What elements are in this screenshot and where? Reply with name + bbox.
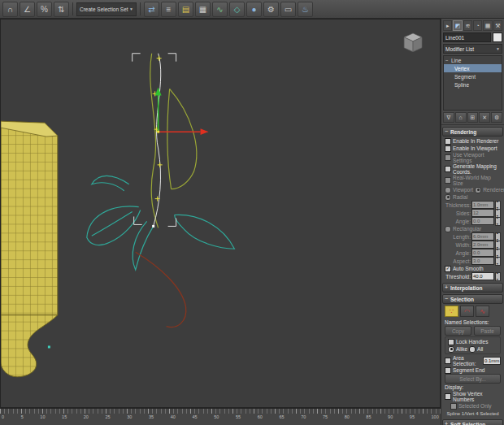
segment-end-checkbox[interactable] (445, 367, 451, 374)
layer-manager-icon[interactable]: ▤ (178, 2, 193, 17)
object-name-field[interactable]: Line001 (443, 33, 491, 42)
thickness-label: Thickness: (445, 202, 471, 208)
render-setup-icon[interactable]: ⚙ (263, 2, 279, 17)
rectangular-radio[interactable] (445, 226, 451, 232)
frame-tick-label: 65 (279, 414, 284, 419)
alike-radio[interactable] (448, 346, 454, 353)
show-end-result-icon[interactable]: ⌂ (455, 112, 467, 123)
aspect-field[interactable]: 3.0 (471, 257, 494, 265)
sides-field[interactable]: 12 (471, 209, 494, 217)
real-world-map-size-checkbox[interactable] (445, 177, 451, 184)
leaf-spline-right[interactable] (175, 215, 235, 249)
remove-modifier-icon[interactable]: ✕ (479, 112, 490, 123)
viewport-radio[interactable] (445, 187, 451, 193)
leaf-spline-upper-left[interactable] (92, 176, 129, 190)
spinner-arrows[interactable] (495, 217, 501, 226)
tab-display[interactable]: ▦ (483, 20, 492, 31)
rollout-interpolation-header[interactable]: + Interpolation (442, 283, 503, 293)
track-bar[interactable]: 0 5 10 15 20 25 30 35 40 45 50 55 60 65 … (0, 408, 441, 425)
enable-in-renderer-checkbox[interactable] (445, 138, 451, 145)
percent-snap-icon[interactable]: % (37, 2, 52, 17)
graphite-ribbon-icon[interactable]: ▦ (195, 2, 211, 17)
use-viewport-settings-checkbox[interactable] (445, 154, 451, 161)
collapse-icon[interactable]: − (445, 58, 450, 63)
angle-radial-field[interactable]: 0.0 (471, 217, 494, 225)
show-vertex-numbers-checkbox[interactable] (445, 393, 451, 400)
end-vertex-marker[interactable] (152, 225, 154, 228)
leaf-splines[interactable] (87, 176, 235, 270)
viewport-canvas[interactable] (1, 20, 440, 407)
thickness-field[interactable]: 1.0mm (471, 201, 494, 209)
frame-tick-label: 25 (106, 414, 111, 419)
schematic-view-icon[interactable]: ◇ (229, 2, 245, 17)
auto-smooth-checkbox[interactable]: ✓ (445, 266, 451, 272)
configure-modifier-sets-icon[interactable]: ⚙ (491, 112, 502, 123)
lock-handles-checkbox[interactable] (448, 339, 454, 345)
modifier-list-dropdown[interactable]: Modifier List ▼ (443, 44, 502, 54)
stack-item-segment[interactable]: Segment (444, 72, 502, 80)
leaf-spline-bottom[interactable] (133, 221, 153, 270)
frame-tick-label: 85 (366, 414, 371, 419)
all-radio[interactable] (469, 346, 476, 353)
angle-rect-field[interactable]: 0.0 (471, 249, 494, 257)
width-field[interactable]: 2.0mm (471, 241, 494, 249)
make-unique-icon[interactable]: ⊞ (467, 112, 479, 123)
renderer-radio[interactable] (475, 187, 481, 193)
mirror-icon[interactable]: ⇄ (144, 2, 159, 17)
frame-ticks (0, 409, 441, 414)
leaf-vein-left[interactable] (92, 212, 133, 236)
area-selection-field[interactable]: 0.1mm (483, 357, 501, 365)
rollout-soft-selection: + Soft Selection (442, 419, 503, 425)
selected-only-checkbox[interactable] (450, 403, 457, 410)
enable-in-viewport-checkbox[interactable] (445, 145, 451, 152)
material-editor-icon[interactable]: ● (246, 2, 262, 17)
spinner-arrows[interactable] (495, 257, 501, 266)
stack-item-vertex[interactable]: Vertex (444, 64, 502, 72)
tab-utilities[interactable]: ⚒ (493, 20, 502, 31)
rollout-selection-header[interactable]: − Selection (442, 294, 503, 304)
viewport-front[interactable] (0, 19, 441, 408)
rollout-rendering-header[interactable]: − Rendering (442, 127, 503, 137)
gizmo-x-arrowhead[interactable] (201, 128, 209, 135)
select-by-button[interactable]: Select By... (445, 374, 501, 384)
stack-item-spline[interactable]: Spline (444, 80, 502, 89)
render-production-icon[interactable]: ♨ (298, 2, 313, 17)
align-icon[interactable]: ≡ (161, 2, 176, 17)
vertex-subobject-button[interactable]: ∵ (445, 306, 458, 317)
paste-button[interactable]: Paste (474, 326, 501, 336)
curve-editor-icon[interactable]: ∿ (212, 2, 228, 17)
spline-endpoint-marker[interactable] (48, 345, 50, 348)
threshold-field[interactable]: 40.0 (471, 272, 494, 280)
collapse-icon: − (445, 296, 448, 301)
angle-snap-icon[interactable]: ∠ (20, 2, 35, 17)
segment-subobject-button[interactable]: ◠ (460, 306, 474, 317)
selected-vertex-marker[interactable] (157, 131, 159, 133)
viewcube[interactable] (404, 33, 422, 52)
table-leg-object[interactable] (1, 121, 58, 377)
pin-stack-icon[interactable]: ∇ (443, 112, 454, 123)
radial-radio[interactable] (445, 194, 451, 201)
tab-create[interactable]: ▸ (443, 20, 452, 31)
spinner-arrows[interactable] (495, 272, 501, 281)
stem-spline[interactable] (136, 252, 186, 327)
stack-item-line[interactable]: − Line (444, 56, 502, 64)
gizmo-y-arrowhead[interactable] (155, 87, 162, 95)
command-panel-tabs: ▸ ◩ ≋ ◔ ▦ ⚒ (441, 19, 504, 32)
spline-subobject-button[interactable]: ∿ (476, 306, 489, 317)
bud-spline-inner[interactable] (167, 89, 172, 189)
bud-spline-outer[interactable] (170, 89, 197, 189)
tab-hierarchy[interactable]: ≋ (463, 20, 472, 31)
object-color-swatch[interactable] (493, 33, 502, 42)
rollout-soft-selection-header[interactable]: + Soft Selection (442, 419, 503, 425)
tab-motion[interactable]: ◔ (473, 20, 482, 31)
move-gizmo[interactable] (155, 87, 209, 135)
tab-modify[interactable]: ◩ (453, 20, 462, 31)
length-field[interactable]: 6.0mm (471, 232, 494, 241)
rendered-frame-icon[interactable]: ▭ (280, 2, 296, 17)
area-selection-checkbox[interactable] (445, 358, 451, 364)
spinner-snap-icon[interactable]: ⇅ (54, 2, 69, 17)
generate-mapping-coords-checkbox[interactable] (445, 166, 451, 172)
copy-button[interactable]: Copy (445, 326, 471, 336)
snaps-toggle-icon[interactable]: ∩ (2, 2, 18, 17)
named-selection-sets-dropdown[interactable]: Create Selection Set ▼ (76, 2, 137, 16)
